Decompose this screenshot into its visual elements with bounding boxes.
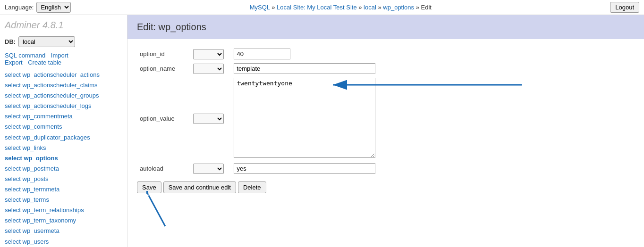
sidebar-table-link[interactable]: select wp_actionscheduler_actions <box>5 70 122 80</box>
input-autoload[interactable] <box>234 163 375 174</box>
breadcrumb-action: Edit <box>421 4 432 11</box>
field-type-option-name <box>190 61 231 76</box>
adminer-name: Adminer <box>5 20 40 30</box>
row-option-id: option_id <box>137 47 401 61</box>
breadcrumb-mysql[interactable]: MySQL <box>250 4 270 11</box>
breadcrumb-table[interactable]: wp_options <box>383 4 414 11</box>
breadcrumb-local[interactable]: local <box>364 4 376 11</box>
type-select-autoload[interactable] <box>193 164 224 174</box>
edit-table: option_id option_name <box>137 47 401 176</box>
sidebar-table-link[interactable]: select wp_users <box>5 237 122 247</box>
row-option-value: option_value twentytwentyone <box>137 76 401 161</box>
adminer-title: Adminer 4.8.1 <box>5 20 122 31</box>
page-title: Edit: wp_options <box>137 22 635 33</box>
sidebar-table-link[interactable]: select wp_term_relationships <box>5 205 122 215</box>
main-content: Edit: wp_options option_id <box>127 15 644 247</box>
language-select[interactable]: English <box>36 2 71 13</box>
sidebar-table-link[interactable]: select wp_term_taxonomy <box>5 215 122 226</box>
field-label-autoload: autoload <box>137 161 190 176</box>
export-link[interactable]: Export <box>5 59 23 66</box>
svg-line-3 <box>149 196 165 226</box>
sidebar-table-link[interactable]: select wp_usermeta <box>5 226 122 236</box>
field-type-autoload <box>190 161 231 176</box>
field-label-option-value: option_value <box>137 76 190 161</box>
sidebar-table-link[interactable]: select wp_options <box>5 153 122 164</box>
sidebar-table-link[interactable]: select wp_actionscheduler_logs <box>5 101 122 111</box>
field-value-autoload <box>231 161 401 176</box>
field-label-option-id: option_id <box>137 47 190 61</box>
field-label-option-name: option_name <box>137 61 190 76</box>
type-select-option-name[interactable] <box>193 64 224 74</box>
sidebar-table-link[interactable]: select wp_postmeta <box>5 164 122 174</box>
type-select-option-id[interactable] <box>193 49 224 59</box>
sidebar-tables: select wp_actionscheduler_actionsselect … <box>5 70 122 247</box>
import-link[interactable]: Import <box>51 52 68 59</box>
input-option-id[interactable] <box>234 49 290 59</box>
input-option-name[interactable] <box>234 63 375 74</box>
type-select-option-value[interactable] <box>193 114 224 124</box>
db-label: DB: <box>5 38 16 45</box>
field-value-option-id <box>231 47 401 61</box>
save-arrow-container: Save <box>137 181 161 193</box>
save-continue-button[interactable]: Save and continue edit <box>163 181 236 193</box>
field-type-option-value <box>190 76 231 161</box>
breadcrumb-sep3: » <box>378 4 383 11</box>
sidebar-table-link[interactable]: select wp_duplicator_packages <box>5 132 122 143</box>
sidebar: Adminer 4.8.1 DB: local SQL command Impo… <box>0 15 127 247</box>
breadcrumb: MySQL » Local Site: My Local Test Site »… <box>250 4 432 11</box>
sidebar-table-link[interactable]: select wp_actionscheduler_claims <box>5 80 122 91</box>
buttons-row: Save Save and continue edit Delete <box>137 181 635 193</box>
breadcrumb-sep1: » <box>271 4 277 11</box>
delete-button[interactable]: Delete <box>238 181 266 193</box>
row-option-name: option_name <box>137 61 401 76</box>
sidebar-table-link[interactable]: select wp_links <box>5 143 122 153</box>
db-select[interactable]: local <box>18 36 75 47</box>
language-label: Language: <box>5 4 34 11</box>
sidebar-table-link[interactable]: select wp_posts <box>5 174 122 184</box>
topbar-left: Language: English <box>5 2 71 13</box>
sidebar-table-link[interactable]: select wp_comments <box>5 122 122 132</box>
sidebar-links: SQL command Import Export Create table <box>5 52 122 66</box>
breadcrumb-sep4: » <box>416 4 421 11</box>
breadcrumb-local-site[interactable]: Local Site: My Local Test Site <box>277 4 357 11</box>
logout-button[interactable]: Logout <box>610 2 639 13</box>
sidebar-table-link[interactable]: select wp_termmeta <box>5 184 122 195</box>
page-header: Edit: wp_options <box>127 15 644 39</box>
db-row: DB: local <box>5 36 122 47</box>
row-autoload: autoload <box>137 161 401 176</box>
save-button[interactable]: Save <box>137 181 161 193</box>
breadcrumb-sep2: » <box>358 4 364 11</box>
adminer-version: 4.8.1 <box>42 20 63 30</box>
sidebar-table-link[interactable]: select wp_commentmeta <box>5 111 122 122</box>
edit-form: option_id option_name <box>127 47 644 193</box>
sidebar-table-link[interactable]: select wp_actionscheduler_groups <box>5 91 122 101</box>
layout: Adminer 4.8.1 DB: local SQL command Impo… <box>0 15 644 247</box>
save-annotation-arrow <box>146 191 184 229</box>
topbar: Language: English MySQL » Local Site: My… <box>0 0 644 15</box>
input-option-value[interactable]: twentytwentyone <box>234 78 375 158</box>
arrow-annotation-container: twentytwentyone <box>234 78 375 159</box>
sidebar-table-link[interactable]: select wp_terms <box>5 195 122 205</box>
create-table-link[interactable]: Create table <box>28 59 61 66</box>
field-value-option-name <box>231 61 401 76</box>
field-value-option-value: twentytwentyone <box>231 76 401 161</box>
field-type-option-id <box>190 47 231 61</box>
sql-command-link[interactable]: SQL command <box>5 52 45 59</box>
